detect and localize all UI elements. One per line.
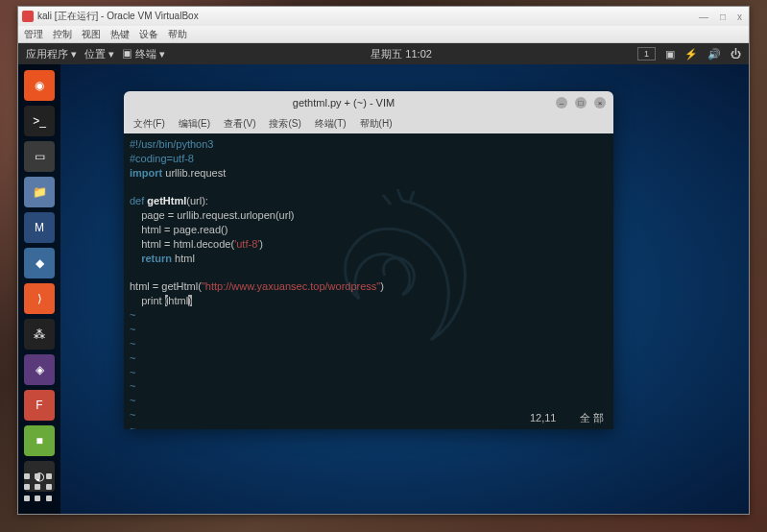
dock: ◉>_▭📁M◆⟩⁂◈F■◐ bbox=[18, 64, 60, 514]
power-icon[interactable]: ⏻ bbox=[731, 48, 741, 60]
terminal-menu[interactable]: ▣ 终端 ▾ bbox=[122, 47, 165, 61]
dock-item-tool-blue[interactable]: ◆ bbox=[24, 248, 55, 278]
vim-menu-file[interactable]: 文件(F) bbox=[133, 117, 165, 131]
vbox-menu-view[interactable]: 视图 bbox=[82, 28, 101, 41]
applications-menu[interactable]: 应用程序 ▾ bbox=[26, 47, 77, 61]
vim-menu-terminal[interactable]: 终端(T) bbox=[315, 117, 347, 131]
vim-menu-edit[interactable]: 编辑(E) bbox=[179, 117, 210, 131]
vm-guest-screen: 应用程序 ▾ 位置 ▾ ▣ 终端 ▾ 星期五 11:02 1 ▣ ⚡ 🔊 ⏻ ◉… bbox=[18, 43, 749, 514]
dock-item-metasploit[interactable]: M bbox=[24, 212, 55, 243]
vbox-close-button[interactable]: x bbox=[734, 12, 745, 22]
clock[interactable]: 星期五 11:02 bbox=[165, 47, 637, 61]
code-line: html = page.read() bbox=[130, 223, 608, 237]
vim-maximize-button[interactable]: □ bbox=[575, 97, 587, 109]
dock-item-terminal[interactable]: >_ bbox=[24, 106, 55, 136]
vim-menu-view[interactable]: 查看(V) bbox=[224, 117, 255, 131]
vim-window-title: gethtml.py + (~) - VIM bbox=[132, 97, 556, 109]
vim-window-controls: – □ × bbox=[556, 97, 606, 109]
code-line: return html bbox=[130, 252, 608, 266]
vim-close-button[interactable]: × bbox=[594, 97, 606, 109]
dock-item-colors[interactable]: ⁂ bbox=[24, 319, 55, 350]
code-line: html = html.decode('utf-8') bbox=[130, 237, 608, 252]
vbox-title: kali [正在运行] - Oracle VM VirtualBox bbox=[37, 10, 696, 23]
vbox-minimize-button[interactable]: — bbox=[696, 12, 711, 22]
vim-empty-line: ~ bbox=[130, 351, 608, 366]
vim-empty-line: ~ bbox=[130, 308, 608, 323]
code-line: #coding=utf-8 bbox=[130, 152, 608, 166]
vbox-menu-help[interactable]: 帮助 bbox=[168, 28, 187, 41]
code-line bbox=[130, 181, 608, 195]
kali-topbar-left: 应用程序 ▾ 位置 ▾ ▣ 终端 ▾ bbox=[26, 47, 165, 61]
dock-item-tool-green[interactable]: ■ bbox=[24, 425, 55, 456]
vbox-window-controls: — □ x bbox=[696, 12, 745, 22]
vbox-maximize-button[interactable]: □ bbox=[717, 12, 729, 22]
dock-item-ubuntu[interactable]: ◉ bbox=[24, 70, 55, 101]
vim-editor-area[interactable]: #!/usr/bin/python3 #coding=utf-8 import … bbox=[124, 133, 613, 429]
vim-empty-line: ~ bbox=[130, 379, 608, 394]
vbox-app-icon bbox=[22, 11, 34, 22]
code-line: import urllib.request bbox=[130, 166, 608, 181]
code-line: html = getHtml("http://www.yaxuansec.top… bbox=[130, 279, 608, 294]
vim-cursor-position: 12,11 bbox=[530, 412, 557, 423]
workspace-indicator[interactable]: 1 bbox=[637, 47, 656, 60]
code-line: page = urllib.request.urlopen(url) bbox=[130, 208, 608, 223]
volume-icon[interactable]: 🔊 bbox=[707, 48, 721, 60]
vbox-menubar: 管理 控制 视图 热键 设备 帮助 bbox=[18, 26, 749, 43]
vim-status-line: 12,11 全 部 bbox=[530, 411, 604, 425]
virtualbox-window: kali [正在运行] - Oracle VM VirtualBox — □ x… bbox=[17, 6, 750, 515]
code-line: print (html) bbox=[130, 294, 608, 308]
vim-mode: 全 部 bbox=[580, 412, 604, 423]
show-applications-button[interactable] bbox=[24, 473, 55, 504]
camera-icon[interactable]: ▣ bbox=[665, 48, 675, 60]
code-line: def getHtml(url): bbox=[130, 194, 608, 208]
vbox-menu-manage[interactable]: 管理 bbox=[24, 28, 43, 41]
dock-item-tool-purple[interactable]: ◈ bbox=[24, 354, 55, 385]
vbox-menu-hotkeys[interactable]: 热键 bbox=[110, 28, 130, 41]
vbox-menu-control[interactable]: 控制 bbox=[53, 28, 72, 41]
vbox-menu-devices[interactable]: 设备 bbox=[139, 28, 158, 41]
vim-empty-line: ~ bbox=[130, 366, 608, 380]
places-menu[interactable]: 位置 ▾ bbox=[84, 47, 114, 61]
dock-item-files[interactable]: 📁 bbox=[24, 177, 55, 207]
code-line: #!/usr/bin/python3 bbox=[130, 137, 608, 152]
dock-item-tool-red[interactable]: F bbox=[24, 390, 55, 421]
kali-topbar-right: 1 ▣ ⚡ 🔊 ⏻ bbox=[637, 47, 741, 60]
kali-topbar: 应用程序 ▾ 位置 ▾ ▣ 终端 ▾ 星期五 11:02 1 ▣ ⚡ 🔊 ⏻ bbox=[18, 43, 749, 64]
code-line bbox=[130, 266, 608, 280]
vim-window: gethtml.py + (~) - VIM – □ × 文件(F) 编辑(E)… bbox=[124, 91, 613, 429]
vim-minimize-button[interactable]: – bbox=[556, 97, 567, 109]
vim-menu-search[interactable]: 搜索(S) bbox=[269, 117, 300, 131]
vim-menubar: 文件(F) 编辑(E) 查看(V) 搜索(S) 终端(T) 帮助(H) bbox=[124, 114, 613, 133]
vim-empty-line: ~ bbox=[130, 394, 608, 408]
network-icon[interactable]: ⚡ bbox=[684, 48, 698, 60]
vim-empty-line: ~ bbox=[130, 337, 608, 351]
vim-empty-line: ~ bbox=[130, 323, 608, 337]
dock-item-files-dark[interactable]: ▭ bbox=[24, 141, 55, 172]
vim-titlebar[interactable]: gethtml.py + (~) - VIM – □ × bbox=[124, 91, 613, 114]
vim-menu-help[interactable]: 帮助(H) bbox=[360, 117, 393, 131]
vbox-titlebar[interactable]: kali [正在运行] - Oracle VM VirtualBox — □ x bbox=[18, 7, 749, 26]
dock-item-burp[interactable]: ⟩ bbox=[24, 283, 55, 314]
